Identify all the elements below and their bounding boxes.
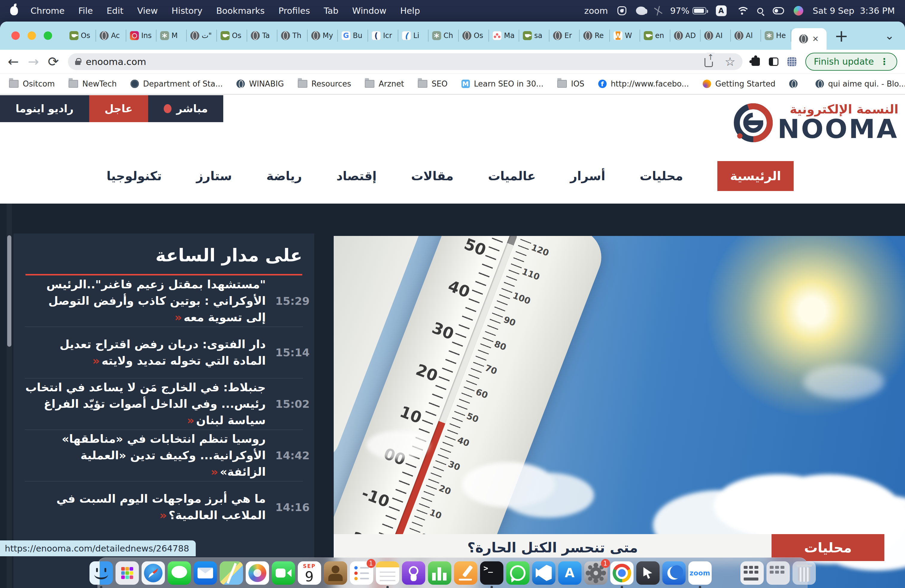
read-more-chevron-icon[interactable]: «	[159, 509, 167, 522]
menu-item[interactable]: Tab	[324, 6, 338, 16]
browser-tab[interactable]: My	[308, 22, 338, 50]
hero-image[interactable]: 504030201000-10-20 120110100908070605040…	[334, 236, 905, 588]
bookmark-item[interactable]	[789, 79, 802, 88]
menu-item[interactable]: View	[137, 6, 158, 16]
browser-tab[interactable]: Th	[278, 22, 308, 50]
nav-local[interactable]: محليات	[640, 169, 683, 183]
browser-tab[interactable]: M	[157, 22, 187, 50]
wifi-icon[interactable]	[736, 6, 748, 15]
browser-tab[interactable]: Li	[399, 22, 429, 50]
keyboard-viewer-icon[interactable]	[740, 561, 764, 585]
browser-tab[interactable]: AI	[700, 22, 731, 50]
bookmark-item[interactable]: IOS	[557, 79, 584, 88]
read-more-chevron-icon[interactable]: «	[211, 465, 218, 478]
news-item[interactable]: "مستشهدا بمقتل زعيم فاغنر"..الرئيس الأوك…	[25, 275, 303, 327]
browser-tab[interactable]: AD	[670, 22, 700, 50]
address-bar[interactable]: enooma.com ☆	[68, 53, 743, 70]
browser-tab[interactable]: Ins	[126, 22, 157, 50]
zoom-menu-item[interactable]: zoom	[584, 6, 608, 16]
bookmark-item[interactable]: Department of Sta...	[130, 79, 223, 88]
nav-stars[interactable]: ستارز	[196, 169, 232, 183]
contacts-icon[interactable]	[324, 561, 347, 585]
browser-tab[interactable]: Icr	[368, 22, 399, 50]
system-settings-icon[interactable]: 1	[584, 561, 608, 585]
control-center-icon[interactable]	[773, 7, 784, 14]
finish-update-button[interactable]: Finish update ⋮	[805, 53, 897, 71]
blue-swirl-app-icon[interactable]	[662, 561, 686, 585]
side-panel-icon[interactable]	[769, 57, 778, 66]
nav-articles[interactable]: مقالات	[411, 169, 453, 183]
browser-tab[interactable]: Os	[217, 22, 247, 50]
menu-item[interactable]: Bookmarks	[216, 6, 265, 16]
bookmark-item[interactable]: WINABIG	[237, 79, 284, 88]
browser-tab[interactable]: Ta	[247, 22, 278, 50]
bluetooth-icon[interactable]	[656, 6, 660, 16]
nav-world[interactable]: عالميات	[488, 169, 536, 183]
minimize-window-button[interactable]	[27, 32, 36, 40]
read-more-chevron-icon[interactable]: «	[187, 414, 195, 427]
read-more-chevron-icon[interactable]: «	[92, 354, 100, 367]
menu-item[interactable]: Help	[400, 6, 420, 16]
category-badge[interactable]: محليات	[772, 534, 884, 561]
bookmark-item[interactable]: qui aime qui. - Blo...	[816, 79, 905, 88]
browser-tab[interactable]: Al	[731, 22, 761, 50]
browser-tab[interactable]: Os	[459, 22, 489, 50]
spotlight-search-icon[interactable]	[757, 8, 763, 14]
browser-tab[interactable]: Re	[580, 22, 610, 50]
news-item[interactable]: روسيا تنظم انتخابات في «مناطقها» الأوكرا…	[25, 430, 303, 482]
calendar-icon[interactable]: SEP 9	[298, 561, 321, 585]
forward-button[interactable]: →	[28, 54, 39, 69]
safari-icon[interactable]	[141, 561, 165, 585]
hero-headline[interactable]: متى تنحسر الكتل الحارة؟	[334, 534, 772, 561]
bookmark-item[interactable]: Getting Started	[703, 79, 775, 88]
reminders-icon[interactable]: 1	[350, 561, 373, 585]
menu-item[interactable]: Window	[352, 6, 386, 16]
browser-tab[interactable]: Ac	[96, 22, 126, 50]
terminal-icon[interactable]: >_	[480, 561, 503, 585]
maps-icon[interactable]	[220, 561, 243, 585]
back-button[interactable]: ←	[8, 54, 19, 69]
menu-clock[interactable]: Sat 9 Sep 3:36 PM	[813, 6, 895, 16]
bookmark-item[interactable]: f http://www.facebo...	[598, 79, 689, 88]
bookmark-item[interactable]: M Learn SEO in 30...	[462, 79, 543, 88]
shield-extra-icon[interactable]	[618, 6, 626, 15]
site-logo[interactable]: النسمة الإلكترونية NOOMA	[731, 99, 899, 144]
menu-item[interactable]: Chrome	[30, 6, 65, 16]
browser-tab[interactable]: ت"	[187, 22, 217, 50]
keypad-app-icon[interactable]	[767, 561, 790, 585]
radio-enooma-button[interactable]: راديو اينوما	[0, 95, 89, 122]
news-item[interactable]: جنبلاط: في الخارج مَن لا يساعد في انتخاب…	[25, 378, 303, 430]
extension-grid-icon[interactable]	[788, 57, 796, 66]
active-tab[interactable]: ✕	[791, 28, 827, 50]
nav-secrets[interactable]: أسرار	[570, 169, 605, 183]
share-icon[interactable]	[705, 58, 713, 67]
extensions-icon[interactable]	[751, 57, 760, 66]
lock-icon[interactable]	[75, 61, 81, 65]
browser-tab[interactable]: Ma	[489, 22, 519, 50]
photos-icon[interactable]	[246, 561, 269, 585]
zoom-app-icon[interactable]: zoom	[688, 561, 712, 585]
live-button[interactable]: مباشر	[148, 95, 223, 122]
bookmark-item[interactable]: SEO	[418, 79, 448, 88]
menu-item[interactable]: File	[78, 6, 93, 16]
screen-sharing-icon[interactable]	[636, 561, 660, 585]
nav-home[interactable]: الرئيسية	[718, 161, 793, 191]
close-window-button[interactable]	[11, 32, 20, 40]
browser-tab[interactable]: Ch	[429, 22, 459, 50]
notes-icon[interactable]	[376, 561, 399, 585]
pages-icon[interactable]	[454, 561, 477, 585]
news-item[interactable]: دار الفتوى: دريان رفض اقتراح تعديل الماد…	[25, 327, 303, 378]
bookmark-item[interactable]: NewTech	[68, 79, 117, 88]
numbers-icon[interactable]	[428, 561, 451, 585]
messages-icon[interactable]	[168, 561, 191, 585]
battery-status[interactable]: 97%	[670, 6, 706, 16]
browser-tab[interactable]: W	[610, 22, 640, 50]
trash-icon[interactable]	[792, 561, 816, 585]
chrome-menu-icon[interactable]: ⋮	[880, 56, 889, 67]
url-text[interactable]: enooma.com	[86, 56, 146, 67]
siri-icon[interactable]	[794, 6, 803, 16]
browser-tab[interactable]: Bu	[338, 22, 368, 50]
news-item[interactable]: ما هي أبرز مواجهات اليوم السبت في الملاع…	[25, 482, 303, 533]
new-tab-button[interactable]: +	[834, 26, 848, 46]
close-tab-icon[interactable]: ✕	[812, 35, 819, 43]
